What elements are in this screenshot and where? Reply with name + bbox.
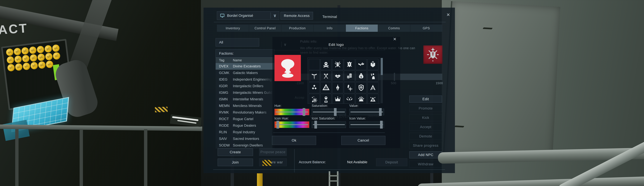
tab-control-panel[interactable]: Control Panel <box>249 25 281 32</box>
deposit-button[interactable]: Deposit <box>376 158 407 166</box>
gears-sparkle-icon[interactable] <box>309 94 320 104</box>
trader-icon[interactable] <box>367 70 378 82</box>
spider-icon[interactable] <box>332 59 343 70</box>
shield-gear-icon[interactable] <box>356 82 367 93</box>
faction-row-ismn[interactable]: ISMNInterstellar Minerals <box>216 96 274 103</box>
tab-info[interactable]: Info <box>314 25 346 32</box>
share-progress-button[interactable]: Share progress <box>409 142 442 149</box>
icon-hue-slider[interactable] <box>274 121 309 128</box>
chevron-down-icon[interactable]: ∨ <box>271 12 279 19</box>
scrollbar-thumb[interactable] <box>381 58 383 75</box>
faction-row-memn[interactable]: MEMNMerciless Minerals <box>216 103 274 109</box>
thorn-crest-icon[interactable] <box>344 94 355 104</box>
faction-row-ideg[interactable]: IDEGIndependent Engineering <box>216 76 274 83</box>
faction-row-igdr[interactable]: IGDRIntergalactic Drillers <box>216 83 274 89</box>
add-npc-button[interactable]: Add NPC <box>409 151 442 158</box>
value-label: Value: <box>349 104 358 108</box>
shield-swords-icon[interactable] <box>344 59 355 70</box>
faction-row-saiv[interactable]: SAIVSacred Inventors <box>216 136 274 142</box>
slider-handle[interactable] <box>303 108 305 116</box>
faction-row-igmg[interactable]: IGMGIntergalactic Miners Guild <box>216 89 274 96</box>
column-header-tag: Tag <box>219 58 233 62</box>
block-selector-dropdown[interactable]: Bordel Organisé <box>217 11 279 20</box>
faction-row-dvex[interactable]: DVEXDivine Excavators <box>216 63 274 70</box>
dialog-close-icon[interactable]: ✕ <box>392 36 398 42</box>
hue-slider[interactable] <box>274 109 309 115</box>
cubes-icon[interactable] <box>309 82 320 93</box>
icon-value-label: Icon Value: <box>349 117 366 120</box>
apex-star-icon[interactable] <box>367 82 378 93</box>
create-faction-button[interactable]: Create <box>218 148 253 156</box>
handshake-icon[interactable] <box>332 70 343 82</box>
edit-button[interactable]: Edit <box>409 96 442 103</box>
withdraw-button[interactable]: Withdraw <box>409 161 442 168</box>
screw-chevron-icon[interactable] <box>309 70 320 82</box>
drill-pocket-icon[interactable] <box>367 59 378 70</box>
space-credit-coin: SC <box>29 53 38 63</box>
faction-filter-dropdown[interactable]: All <box>216 38 259 46</box>
tri-frame-icon[interactable] <box>320 82 332 93</box>
faction-row-rode[interactable]: RODERogue Dealers <box>216 122 274 129</box>
kick-button[interactable]: Kick <box>409 114 442 121</box>
slider-handle[interactable] <box>379 108 382 116</box>
faction-row-rvmk[interactable]: RVMKRevolutionary Makers <box>216 109 274 116</box>
slider-groove <box>350 124 383 125</box>
cancel-button[interactable]: Cancel <box>341 136 385 145</box>
value-slider[interactable] <box>349 109 384 115</box>
slider-handle[interactable] <box>380 121 383 129</box>
propose-peace-button[interactable]: Propose peace <box>259 148 287 156</box>
faction-tag: MEMN <box>219 104 233 108</box>
slider-handle[interactable] <box>334 108 336 116</box>
sun-crown-icon[interactable] <box>356 94 367 104</box>
tab-inventory[interactable]: Inventory <box>217 25 249 32</box>
space-credit-coin: SC <box>44 44 53 54</box>
factions-label: Factions: <box>219 51 234 56</box>
icon-saturation-slider[interactable] <box>312 121 346 128</box>
pyramid-eye-icon[interactable] <box>367 94 378 104</box>
icon-value-slider[interactable] <box>349 121 384 128</box>
faction-tag: ISMN <box>219 97 233 101</box>
faction-tag: RVMK <box>219 111 233 115</box>
window-close-icon[interactable]: ✕ <box>444 12 452 18</box>
faction-row-gcmk[interactable]: GCMKGalactic Makers <box>216 70 274 76</box>
slider-handle[interactable] <box>276 121 279 129</box>
icon-grid-scrollbar[interactable] <box>381 58 383 103</box>
astronaut-icon[interactable] <box>320 94 332 104</box>
promote-button[interactable]: Promote <box>409 105 442 112</box>
drill-gear-icon[interactable] <box>344 82 355 93</box>
faction-row-rlin[interactable]: RLINRoyal Industry <box>216 129 274 136</box>
skull-crossbones-icon[interactable] <box>320 59 332 70</box>
coin-stack-icon[interactable] <box>344 70 355 82</box>
logo-icon-blank[interactable] <box>309 59 320 70</box>
space-credit-coin: SC <box>28 45 38 55</box>
demote-button[interactable]: Demote <box>409 133 442 140</box>
ok-button[interactable]: Ok <box>272 136 316 145</box>
join-faction-button[interactable]: Join <box>218 159 253 166</box>
mushroom-cloud-icon <box>277 57 299 79</box>
wasp-icon[interactable] <box>356 59 367 70</box>
crossed-flags-icon[interactable] <box>320 70 332 82</box>
accept-button[interactable]: Accept <box>409 124 442 130</box>
faction-name: Intergalactic Drillers <box>233 84 274 88</box>
saturation-slider[interactable] <box>312 109 346 115</box>
slider-handle[interactable] <box>314 121 317 129</box>
tab-gps[interactable]: GPS <box>410 25 442 32</box>
faction-name: Intergalactic Miners Guild <box>233 91 274 95</box>
space-credit-coin: SC <box>52 51 61 61</box>
tab-factions[interactable]: Factions <box>346 25 378 32</box>
rail-post <box>144 129 147 186</box>
faction-name: Merciless Minerals <box>233 104 274 108</box>
faction-row-roct[interactable]: ROCTRogue Cartel <box>216 116 274 122</box>
faction-tag: IGDR <box>219 84 233 88</box>
tab-comms[interactable]: Comms <box>378 25 410 32</box>
rail-post <box>15 129 18 186</box>
spire-icon[interactable] <box>332 82 343 93</box>
crown-icon[interactable] <box>332 94 343 104</box>
money-bag-icon[interactable]: $ <box>356 70 367 82</box>
space-credit-coin: SC <box>51 43 60 53</box>
faction-row-sodw[interactable]: SODWSovereign Dwellers <box>216 142 274 149</box>
space-credit-coin: SC <box>6 55 15 65</box>
faction-tag: SODW <box>219 143 233 147</box>
scene-wall-panel <box>443 1 560 160</box>
tab-production[interactable]: Production <box>282 25 313 32</box>
